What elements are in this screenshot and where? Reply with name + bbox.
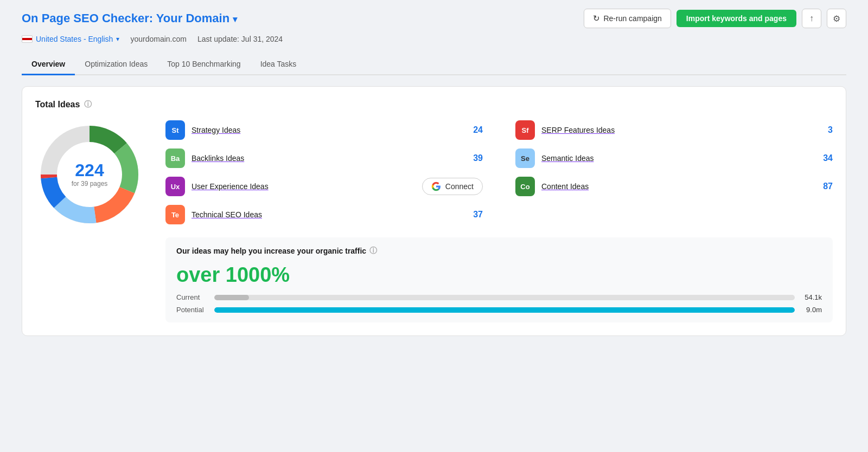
idea-info-content: Content Ideas [541,182,816,191]
idea-count-backlinks: 39 [473,153,483,163]
locale-selector[interactable]: United States - English ▾ [22,35,119,43]
idea-row-backlinks: Ba Backlinks Ideas 39 [165,148,483,168]
idea-name-serp[interactable]: SERP Features Ideas [541,126,615,134]
header-actions: ↻ Re-run campaign Import keywords and pa… [584,9,846,28]
sub-header: United States - English ▾ yourdomain.com… [22,35,846,46]
potential-value: 9.0m [800,306,822,314]
rerun-icon: ↻ [593,14,600,23]
idea-info-semantic: Semantic Ideas [541,154,816,163]
tabs-bar: Overview Optimization Ideas Top 10 Bench… [22,54,846,75]
potential-bar-track [214,307,795,313]
google-icon [431,182,441,191]
badge-serp: Sf [515,120,535,140]
traffic-bar-potential: Potential 9.0m [176,306,822,314]
idea-name-backlinks[interactable]: Backlinks Ideas [192,154,244,163]
export-icon: ↑ [809,14,814,23]
title-domain[interactable]: Your Domain [156,11,229,25]
idea-name-strategy[interactable]: Strategy Ideas [192,126,240,134]
ideas-section: St Strategy Ideas 24 Sf SERP Features Id… [165,120,833,322]
tab-benchmarking[interactable]: Top 10 Benchmarking [157,54,250,75]
idea-row-technical: Te Technical SEO Ideas 37 [165,205,483,224]
badge-strategy: St [165,120,185,140]
badge-technical: Te [165,205,185,224]
idea-count-semantic: 34 [823,153,833,163]
page-header: On Page SEO Checker: Your Domain ▾ ↻ Re-… [22,9,846,28]
donut-chart: 224 for 39 pages [35,120,144,229]
domain-text: yourdomain.com [130,35,187,43]
rerun-button[interactable]: ↻ Re-run campaign [584,9,671,28]
idea-count-serp: 3 [828,125,833,135]
last-update-text: Last update: Jul 31, 2024 [197,35,283,43]
flag-icon [22,35,33,43]
idea-count-technical: 37 [473,210,483,219]
idea-name-semantic[interactable]: Semantic Ideas [541,154,594,163]
ideas-grid: St Strategy Ideas 24 Sf SERP Features Id… [165,120,833,224]
idea-name-content[interactable]: Content Ideas [541,182,589,191]
idea-info-strategy: Strategy Ideas [192,126,467,134]
donut-label: for 39 pages [72,180,108,188]
idea-row-semantic: Se Semantic Ideas 34 [515,148,833,168]
tab-optimization[interactable]: Optimization Ideas [75,54,157,75]
card-title: Total Ideas ⓘ [35,100,833,109]
connect-button[interactable]: Connect [422,178,483,195]
tab-overview[interactable]: Overview [22,54,75,75]
locale-chevron: ▾ [116,35,119,43]
idea-info-ux: User Experience Ideas [192,182,416,191]
import-button[interactable]: Import keywords and pages [676,10,796,27]
donut-number: 224 [72,161,108,180]
gear-icon: ⚙ [833,14,840,24]
main-content: 224 for 39 pages St Strategy Ideas 24 [35,120,833,322]
current-bar-track [214,295,795,300]
idea-count-strategy: 24 [473,125,483,135]
title-static: On Page SEO Checker: [22,11,153,25]
export-button[interactable]: ↑ [802,9,821,28]
traffic-bar-current: Current 54.1k [176,293,822,301]
idea-row-strategy: St Strategy Ideas 24 [165,120,483,140]
idea-row-content: Co Content Ideas 87 [515,177,833,196]
traffic-bars: Current 54.1k Potential 9.0m [176,293,822,314]
donut-center: 224 for 39 pages [72,161,108,188]
idea-info-technical: Technical SEO Ideas [192,210,467,219]
potential-bar-fill [214,307,795,313]
traffic-big-text: over 1000% [176,263,822,287]
idea-info-serp: SERP Features Ideas [541,126,821,134]
idea-count-content: 87 [823,182,833,191]
idea-row-ux: Ux User Experience Ideas Connect [165,177,483,196]
tab-idea-tasks[interactable]: Idea Tasks [251,54,307,75]
info-icon[interactable]: ⓘ [84,100,92,109]
settings-button[interactable]: ⚙ [827,9,846,28]
idea-name-technical[interactable]: Technical SEO Ideas [192,210,262,219]
current-value: 54.1k [800,293,822,301]
traffic-info-icon[interactable]: ⓘ [369,246,377,256]
idea-row-serp: Sf SERP Features Ideas 3 [515,120,833,140]
current-bar-fill [214,295,249,300]
current-label: Current [176,293,209,301]
badge-semantic: Se [515,148,535,168]
badge-backlinks: Ba [165,148,185,168]
idea-name-ux[interactable]: User Experience Ideas [192,182,269,191]
traffic-section: Our ideas may help you increase your org… [165,237,833,322]
total-ideas-card: Total Ideas ⓘ [22,86,846,336]
traffic-title: Our ideas may help you increase your org… [176,246,822,256]
badge-content: Co [515,177,535,196]
potential-label: Potential [176,306,209,314]
idea-info-backlinks: Backlinks Ideas [192,154,467,163]
page-title: On Page SEO Checker: Your Domain ▾ [22,11,237,25]
title-chevron[interactable]: ▾ [233,15,237,24]
locale-label: United States - English [36,35,113,43]
badge-ux: Ux [165,177,185,196]
